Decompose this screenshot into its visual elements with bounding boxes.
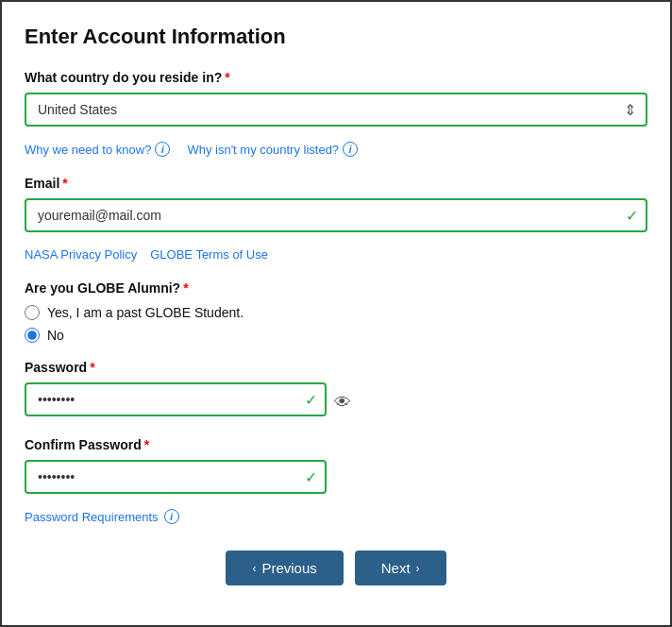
confirm-password-input[interactable] [25, 460, 327, 494]
nav-buttons-group: ‹ Previous Next › [25, 551, 647, 585]
next-button-label: Next [381, 560, 411, 576]
email-field-group: Email* ✓ [25, 176, 647, 232]
page-title: Enter Account Information [25, 25, 647, 49]
alumni-no-radio[interactable] [25, 328, 40, 343]
previous-button-label: Previous [261, 560, 316, 576]
country-required-star: * [225, 70, 229, 85]
password-toggle-icon[interactable]: 👁 [334, 393, 351, 413]
alumni-yes-radio[interactable] [25, 305, 40, 320]
password-requirements-link[interactable]: Password Requirements i [25, 509, 647, 524]
password-input[interactable] [25, 382, 327, 416]
confirm-password-field-group: Confirm Password* ✓ [25, 437, 647, 494]
next-chevron-icon: › [416, 562, 420, 575]
alumni-yes-option[interactable]: Yes, I am a past GLOBE Student. [25, 305, 647, 320]
country-select[interactable]: United States Canada United Kingdom Aust… [25, 93, 647, 127]
alumni-no-option[interactable]: No [25, 328, 647, 343]
account-info-form: Enter Account Information What country d… [0, 0, 672, 627]
confirm-password-required-star: * [144, 437, 149, 452]
email-required-star: * [62, 176, 67, 191]
password-required-star: * [90, 360, 94, 375]
nasa-privacy-link[interactable]: NASA Privacy Policy [25, 247, 137, 262]
next-button[interactable]: Next › [355, 551, 446, 585]
confirm-password-label: Confirm Password* [25, 437, 647, 452]
alumni-section: Are you GLOBE Alumni?* Yes, I am a past … [25, 280, 647, 343]
email-label: Email* [25, 176, 647, 191]
email-input[interactable] [25, 198, 647, 232]
password-label: Password* [25, 360, 647, 375]
password-requirements-info-icon: i [164, 509, 179, 524]
why-not-listed-info-icon: i [343, 142, 358, 157]
country-label: What country do you reside in?* [25, 70, 647, 85]
alumni-no-label: No [47, 328, 64, 343]
prev-chevron-icon: ‹ [252, 562, 256, 575]
password-input-row: ✓ 👁 [25, 382, 647, 422]
password-field-group: Password* ✓ 👁 [25, 360, 647, 422]
password-input-wrapper: ✓ [25, 382, 327, 416]
country-select-wrapper: United States Canada United Kingdom Aust… [25, 93, 647, 127]
email-input-wrapper: ✓ [25, 198, 647, 232]
previous-button[interactable]: ‹ Previous [226, 551, 343, 585]
confirm-password-check-icon: ✓ [305, 468, 317, 486]
country-field-group: What country do you reside in?* United S… [25, 70, 647, 127]
alumni-yes-label: Yes, I am a past GLOBE Student. [47, 305, 244, 320]
why-need-link[interactable]: Why we need to know? i [25, 142, 170, 157]
globe-terms-link[interactable]: GLOBE Terms of Use [150, 247, 268, 262]
confirm-password-input-wrapper: ✓ [25, 460, 327, 494]
country-info-links: Why we need to know? i Why isn't my coun… [25, 142, 647, 157]
why-need-info-icon: i [155, 142, 170, 157]
password-check-icon: ✓ [305, 391, 317, 409]
alumni-required-star: * [183, 280, 188, 296]
alumni-label: Are you GLOBE Alumni?* [25, 280, 647, 296]
password-requirements-label: Password Requirements [25, 510, 159, 524]
email-check-icon: ✓ [626, 207, 638, 225]
why-not-listed-link[interactable]: Why isn't my country listed? i [187, 142, 358, 157]
policy-links-group: NASA Privacy Policy GLOBE Terms of Use [25, 247, 647, 262]
